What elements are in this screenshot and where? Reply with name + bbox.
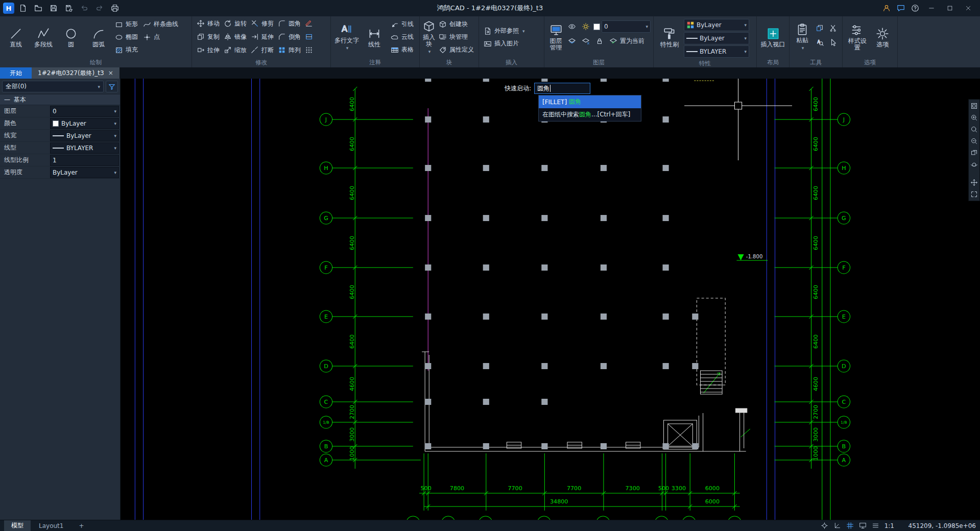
user-account-button[interactable] (880, 2, 893, 14)
undo-button[interactable] (78, 2, 91, 14)
help-button[interactable] (909, 2, 922, 14)
color-value-select[interactable]: ByLayer▾ (50, 118, 119, 129)
print-button[interactable] (108, 2, 122, 14)
fillet-button[interactable]: 圆角 (276, 17, 303, 30)
open-file-button[interactable] (32, 2, 45, 14)
revcloud-button[interactable]: 云线 (389, 31, 416, 43)
lineweight-value-select[interactable]: ByLayer▾ (50, 130, 119, 141)
close-button[interactable] (960, 2, 977, 15)
layer-color-swatch[interactable] (593, 23, 600, 30)
layer-lock-button[interactable] (593, 35, 606, 47)
minimize-button[interactable] (923, 2, 940, 15)
extend-button[interactable]: 延伸 (249, 31, 276, 43)
xref-button[interactable]: 外部参照▾ (482, 25, 527, 37)
selection-filter-select[interactable]: 全部(0)▾ (2, 81, 104, 92)
pan-button[interactable] (969, 177, 979, 188)
tab-start[interactable]: 开始 (0, 67, 32, 79)
circle-button[interactable]: 圆 (58, 18, 84, 57)
copy-button[interactable]: 复制 (195, 31, 222, 43)
ellipse-button[interactable]: 椭圆 (113, 31, 140, 43)
break-button[interactable]: 打断 (249, 44, 276, 57)
modify-erase-button[interactable] (303, 17, 315, 30)
tools-copy-button[interactable] (814, 22, 826, 34)
array-button[interactable]: 阵列 (276, 44, 303, 57)
insert-block-button[interactable]: 插入块▾ (422, 18, 436, 57)
tab-layout1[interactable]: Layout1 (32, 520, 70, 531)
panel-section-basic[interactable]: —基本 (0, 94, 120, 105)
lineweight-select[interactable]: ByLayer▾ (684, 32, 749, 44)
quick-select-button[interactable] (827, 36, 840, 49)
table-button[interactable]: 表格 (389, 43, 416, 56)
ortho-angle-icon[interactable] (833, 522, 841, 529)
close-tab-icon[interactable]: × (108, 69, 113, 77)
attribute-define-button[interactable]: 属性定义 (437, 43, 476, 56)
layer-manager-button[interactable]: 图层管理 (547, 18, 565, 57)
mirror-button[interactable]: 镜像 (222, 31, 249, 43)
rectangle-button[interactable]: 矩形 (113, 18, 140, 31)
linetype-value-select[interactable]: BYLAYER▾ (50, 142, 119, 154)
create-block-button[interactable]: 创建块 (437, 18, 476, 31)
color-select[interactable]: ByLayer▾ (684, 19, 749, 31)
layer-off-button[interactable] (566, 35, 578, 47)
layer-freeze-button[interactable] (580, 35, 592, 47)
tab-drawing-document[interactable]: 1#2#电0327(最终)_t3× (32, 67, 119, 79)
layer-visibility-button[interactable] (566, 20, 578, 33)
line-button[interactable]: 直线 (3, 18, 29, 57)
mtext-button[interactable]: A多行文字▾ (333, 18, 360, 57)
options-button[interactable]: 选项 (871, 18, 895, 57)
stretch-button[interactable]: 拉伸 (195, 44, 222, 57)
display-monitor-icon[interactable] (859, 522, 867, 529)
tab-model-space[interactable]: 模型 (4, 520, 31, 531)
zoom-in-button[interactable] (969, 112, 979, 123)
save-as-button[interactable] (62, 2, 76, 14)
fit-view-button[interactable] (969, 101, 979, 111)
set-current-layer-button[interactable]: 置为当前 (607, 35, 647, 47)
zoom-previous-button[interactable] (969, 148, 979, 158)
linear-dim-button[interactable]: 线性 (361, 18, 388, 57)
add-layout-button[interactable]: + (71, 520, 91, 531)
save-button[interactable] (47, 2, 60, 14)
zoom-out-button[interactable] (969, 136, 979, 147)
modify-explode-button[interactable] (303, 44, 315, 56)
layer-select[interactable]: 0▾ (602, 20, 651, 33)
quick-launch-input[interactable]: 圆角 (534, 83, 590, 94)
block-manager-button[interactable]: 块管理 (437, 31, 476, 43)
linetype-select[interactable]: BYLAYER▾ (684, 45, 749, 58)
feedback-button[interactable] (894, 2, 907, 14)
point-button[interactable]: 点 (141, 31, 180, 43)
modify-join-button[interactable] (303, 31, 315, 43)
tools-cut-button[interactable] (827, 22, 840, 34)
polyline-button[interactable]: 多段线 (30, 18, 57, 57)
linetype-scale-input[interactable]: 1 (50, 155, 119, 166)
maximize-button[interactable] (941, 2, 959, 15)
move-button[interactable]: 移动 (195, 17, 222, 30)
insert-viewport-button[interactable]: 插入视口 (760, 18, 786, 57)
suggestion-search-in-drawing[interactable]: 在图纸中搜索圆角...[Ctrl+回车] (539, 108, 641, 121)
filter-settings-button[interactable] (106, 81, 118, 92)
layer-value-select[interactable]: 0▾ (50, 106, 119, 117)
grid-icon[interactable] (846, 522, 854, 529)
leader-button[interactable]: 引线 (389, 18, 416, 31)
layer-brightness-button[interactable] (580, 20, 592, 33)
zoom-realtime-button[interactable] (969, 124, 979, 135)
trim-button[interactable]: 修剪 (249, 17, 276, 30)
full-screen-button[interactable] (969, 189, 979, 200)
scale-indicator[interactable]: 1:1 (885, 522, 894, 529)
match-properties-button[interactable]: 特性刷 (656, 18, 683, 57)
drawing-canvas[interactable]: JJ HH GG FF EE DD CC 1/B1/B BB AA 6400 6… (121, 79, 980, 520)
transparency-value-select[interactable]: ByLayer▾ (50, 167, 119, 178)
menu-icon[interactable] (872, 522, 879, 529)
orbit-button[interactable] (969, 159, 979, 170)
scale-button[interactable]: 缩放 (222, 44, 249, 57)
find-text-button[interactable]: A (814, 36, 826, 49)
new-file-button[interactable] (16, 2, 30, 14)
arc-button[interactable]: 圆弧 (85, 18, 112, 57)
suggestion-fillet-command[interactable]: [FILLET] 圆角 (539, 95, 641, 108)
hatch-button[interactable]: 填充 (113, 43, 140, 56)
redo-button[interactable] (93, 2, 106, 14)
snap-target-icon[interactable] (821, 522, 828, 529)
paste-button[interactable]: 粘贴▾ (792, 18, 812, 57)
chamfer-button[interactable]: 倒角 (276, 31, 303, 43)
spline-button[interactable]: 样条曲线 (141, 18, 180, 31)
insert-image-button[interactable]: 插入图片 (482, 37, 527, 50)
